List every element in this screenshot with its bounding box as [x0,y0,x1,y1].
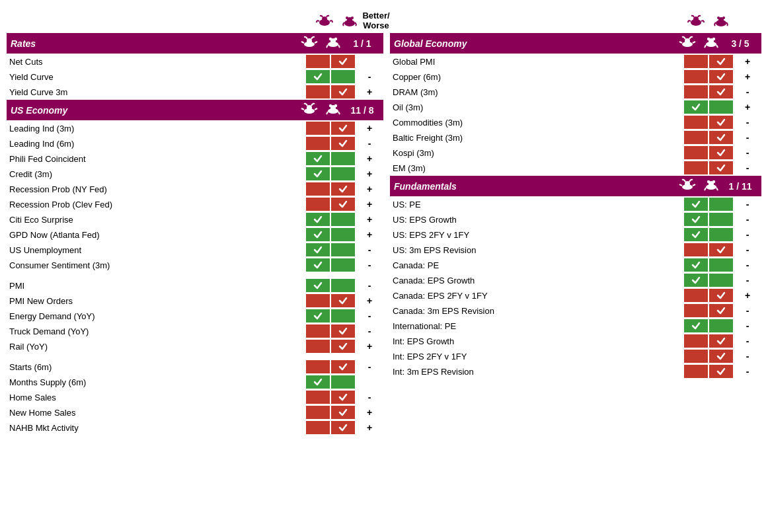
bear-cell [331,152,355,165]
bull-cell [684,116,708,129]
bull-header-right [684,15,708,30]
section-header: Global Economy 3 / 5 [390,33,761,54]
svg-point-29 [334,104,337,107]
table-row: Rail (YoY)+ [7,339,383,354]
table-row: Starts (6m)- [7,360,383,374]
table-row: Net Cuts [7,54,383,69]
bw-cell: + [356,407,383,418]
row-metric: Canada: 3m EPS Revision [390,306,683,316]
bear-cell [709,55,733,68]
table-row: Int: 3m EPS Revision- [390,364,761,379]
bear-cell [331,375,355,389]
table-row: Canada: PE- [390,258,761,272]
bear-cell [709,258,733,272]
row-metric: US: 3m EPS Revision [390,245,683,255]
bw-cell: - [356,245,383,255]
bear-cell [331,55,355,68]
table-row: Yield Curve- [7,69,383,84]
svg-line-35 [693,42,695,43]
bull-cell [306,137,330,150]
row-metric: US Unemployment [7,245,305,255]
bull-cell [684,365,708,378]
bw-cell: - [734,214,761,225]
svg-line-45 [693,184,695,186]
bw-cell: - [356,260,383,270]
bear-cell [331,85,355,98]
table-row: EM (3m)- [390,161,761,175]
bw-cell: + [356,123,383,133]
row-metric: Canada: EPS Growth [390,276,683,285]
bear-cell [331,258,355,272]
bull-cell [684,289,708,302]
row-metric: Credit (3m) [7,169,305,179]
svg-line-40 [705,45,706,48]
bw-cell: - [356,138,383,149]
table-row: International: PE- [390,319,761,333]
table-row: Consumer Sentiment (3m)- [7,258,383,272]
row-metric: GPD Now (Atlanta Fed) [7,230,305,240]
row-metric: Baltic Freight (3m) [390,133,683,143]
bw-cell: + [356,422,383,433]
svg-point-5 [351,17,354,19]
bull-cell [306,167,330,180]
svg-point-13 [307,38,312,44]
bw-cell: - [734,147,761,158]
row-metric: Int: 3m EPS Revision [390,367,683,377]
svg-point-11 [722,17,725,19]
bw-cell: + [356,214,383,225]
bear-cell [331,243,355,256]
table-row: Canada: 3m EPS Revision- [390,303,761,318]
section-bull-icon [675,36,699,51]
section-bull-icon [297,102,321,118]
bull-cell [684,319,708,332]
bw-cell: + [734,56,761,67]
table-row: Copper (6m)+ [390,69,761,84]
row-metric: Leading Ind (6m) [7,139,305,149]
svg-point-28 [329,104,332,107]
table-row: GPD Now (Atlanta Fed)+ [7,227,383,242]
row-metric: Global PMI [390,57,683,67]
table-row: Phili Fed Coincident+ [7,151,383,166]
section-score: 1 / 1 [345,38,379,49]
bw-cell: - [356,392,383,402]
table-row: US: PE- [390,197,761,211]
bw-cell: + [356,229,383,240]
bull-cell [684,70,708,83]
bull-cell [306,406,330,419]
bw-cell: - [356,71,383,82]
section-score: 3 / 5 [723,38,757,49]
svg-line-44 [679,184,682,186]
section-label: Fundamentals [394,181,675,192]
svg-point-33 [685,38,690,44]
svg-line-51 [716,188,718,190]
row-metric: Recession Prob (Clev Fed) [7,200,305,209]
svg-point-1 [322,17,327,22]
table-row: Recession Prob (NY Fed)+ [7,182,383,196]
svg-point-43 [685,181,690,186]
bear-cell [331,182,355,196]
bear-cell [331,122,355,135]
row-metric: Int: EPS Growth [390,336,683,346]
bull-cell [684,213,708,226]
row-metric: International: PE [390,321,683,331]
bull-cell [306,375,330,389]
bw-cell: - [734,163,761,173]
bull-cell [306,258,330,272]
bw-cell: - [734,132,761,143]
row-metric: Yield Curve 3m [7,87,305,97]
bull-cell [684,243,708,256]
bear-cell [709,334,733,348]
svg-point-7 [693,17,699,22]
bw-cell: + [356,295,383,306]
table-row: Recession Prob (Clev Fed)+ [7,197,383,211]
bw-cell: - [734,336,761,346]
bear-cell [331,167,355,180]
bull-cell [306,182,330,196]
bw-cell: - [734,117,761,128]
bear-cell [709,319,733,332]
row-metric: Commodities (3m) [390,118,683,128]
row-metric: Net Cuts [7,57,305,67]
row-metric: Copper (6m) [390,72,683,82]
row-metric: New Home Sales [7,408,305,418]
bull-cell [684,334,708,348]
